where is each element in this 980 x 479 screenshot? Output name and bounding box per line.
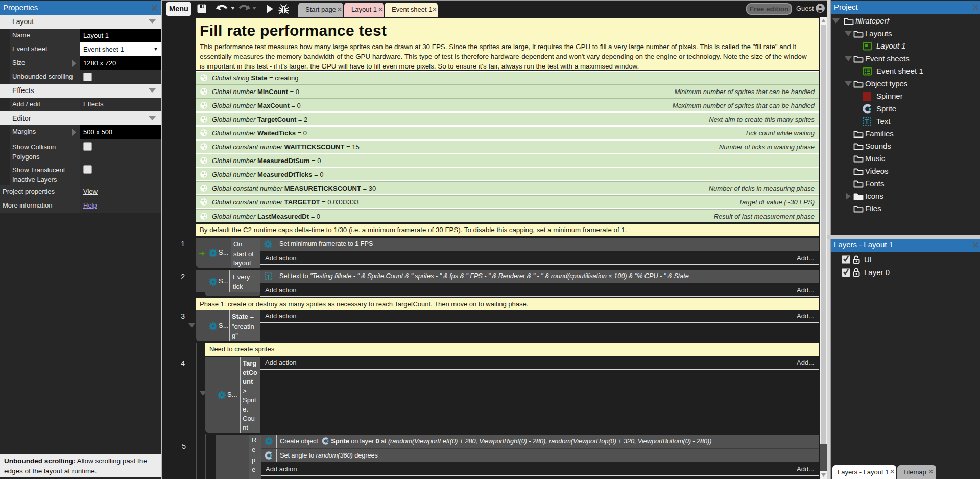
svg-text:T: T xyxy=(267,273,270,280)
svg-text:T: T xyxy=(865,118,869,125)
